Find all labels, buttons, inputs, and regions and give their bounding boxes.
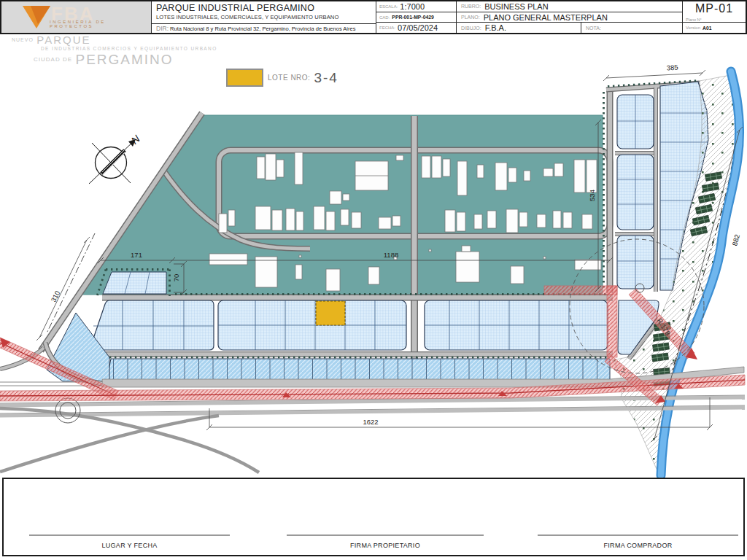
sheet-number-cell: MP-01 Plano N° Version A01 [682,1,746,33]
title-block: FBA INGENIERIA DE PROYECTOS PARQUE INDUS… [0,0,747,34]
watermark-nuevo: NUEVO [12,37,34,42]
lot-legend-value: 3-4 [314,70,338,86]
logo-cell: FBA INGENIERIA DE PROYECTOS [1,1,151,33]
cad-value: PPR-001-MP-0429 [392,15,433,20]
dim-70: 70 [172,274,180,282]
signature-buyer: FIRMA COMPRADOR [538,534,738,551]
company-logo-icon [22,5,51,30]
dim-385: 385 [666,63,678,71]
lot-legend-label: LOTE NRO: [268,74,310,82]
dim-534: 534 [588,190,596,201]
signature-buyer-label: FIRMA COMPRADOR [603,542,672,549]
dim-171: 171 [131,251,142,259]
watermark-pergamino: PERGAMINO [75,52,173,67]
scale-cad-date-cell: ESCALA: 1:7000 CAD: PPR-001-MP-0429 FECH… [376,1,456,33]
project-title-cell: PARQUE INDUSTRIAL PERGAMINO LOTES INDUST… [151,1,376,33]
dim-882: 882 [730,233,741,246]
nota-label: NOTA: [586,26,601,31]
fecha-value: 07/05/2024 [398,23,438,32]
project-watermark: NUEVO PARQUE DE INDUSTRIAS COMERCIOS Y E… [12,34,217,67]
watermark-subtitle: DE INDUSTRIAS COMERCIOS Y EQUIPAMIENTO U… [41,47,217,52]
version-value: A01 [703,26,711,31]
signature-owner: FIRMA PROPIETARIO [287,534,484,551]
signature-place-date-label: LUGAR Y FECHA [101,542,157,549]
small-lot-block [103,272,166,294]
rubro-plano-cell: RUBRO: BUSINESS PLAN PLANO: PLANO GENERA… [456,1,682,33]
sheet-number-label: Plano N° [686,18,702,22]
escala-value: 1:7000 [400,2,425,11]
north-compass: N [89,132,142,184]
signature-line [287,534,484,536]
dir-label: DIR: [156,25,169,32]
project-subtitle: LOTES INDUSTRIALES, COMERCIALES, Y EQUIP… [156,14,371,20]
highlighted-lot-3-4 [316,301,345,325]
signature-box: LUGAR Y FECHA FIRMA PROPIETARIO FIRMA CO… [2,478,745,556]
dibujo-label: DIBUJO: [461,26,481,31]
dim-310: 310 [49,289,61,303]
project-title: PARQUE INDUSTRIAL PERGAMINO [156,3,371,13]
rubro-label: RUBRO: [461,4,481,9]
plano-label: PLANO: [461,15,480,20]
signature-owner-label: FIRMA PROPIETARIO [350,542,420,549]
lot-band-upper [90,300,608,350]
signature-line [538,534,738,536]
plano-value: PLANO GENERAL MASTERPLAN [484,13,608,22]
signature-place-date: LUGAR Y FECHA [29,534,230,551]
logo-tagline: INGENIERIA DE PROYECTOS [50,20,151,28]
version-label: Version [686,26,700,30]
site-plan-canvas: R.178 385 534 882 171 1188 70 310 1622 [0,0,747,560]
escala-label: ESCALA: [379,4,398,9]
cad-label: CAD: [379,15,390,20]
dim-1188: 1188 [384,251,398,259]
dibujo-value: F.B.A. [485,23,506,32]
dir-value: Ruta Nacional 8 y Ruta Provincial 32, Pe… [170,26,355,32]
signature-line [29,534,230,536]
lot-legend: LOTE NRO: 3-4 [226,69,338,87]
fecha-label: FECHA: [379,26,395,30]
rubro-value: BUSINESS PLAN [484,2,548,11]
lot-color-swatch [226,69,263,87]
watermark-ciudad-de: CIUDAD DE [34,56,72,63]
watermark-parque: PARQUE [36,34,90,46]
sheet-code: MP-01 [683,2,746,15]
masterplan-drawing-page: { "title_block": { "logo_company": "FBA"… [0,0,747,560]
dim-1622: 1622 [363,418,378,426]
